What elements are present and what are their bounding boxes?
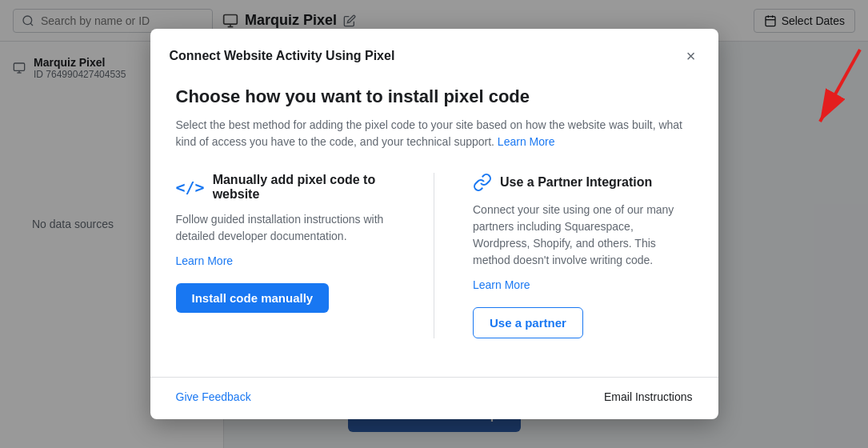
modal-close-button[interactable]: ×: [683, 45, 699, 67]
modal-footer: Give Feedback Email Instructions: [150, 377, 718, 419]
option-manual-icon-title: </> Manually add pixel code to website: [176, 173, 396, 202]
option-partner-title: Use a Partner Integration: [500, 175, 652, 190]
manual-learn-more-link[interactable]: Learn More: [176, 254, 396, 267]
modal-body: Choose how you want to install pixel cod…: [150, 67, 718, 358]
modal-dialog: Connect Website Activity Using Pixel × C…: [150, 29, 718, 419]
option-card-partner: Use a Partner Integration Connect your s…: [473, 173, 693, 338]
use-partner-button[interactable]: Use a partner: [473, 307, 583, 338]
give-feedback-link[interactable]: Give Feedback: [176, 390, 251, 403]
modal-description-text: Select the best method for adding the pi…: [176, 118, 683, 148]
modal-options: </> Manually add pixel code to website F…: [176, 173, 693, 338]
option-card-manual: </> Manually add pixel code to website F…: [176, 173, 396, 338]
option-partner-icon-title: Use a Partner Integration: [473, 173, 693, 192]
code-icon: </>: [176, 178, 205, 197]
description-learn-more-link[interactable]: Learn More: [498, 135, 555, 148]
install-code-manually-button[interactable]: Install code manually: [176, 283, 330, 313]
email-instructions-text: Email Instructions: [604, 390, 692, 403]
option-partner-description: Connect your site using one of our many …: [473, 202, 693, 269]
option-manual-description: Follow guided installation instructions …: [176, 211, 396, 245]
options-divider: [434, 173, 434, 338]
partner-icon: [473, 173, 492, 192]
modal-header: Connect Website Activity Using Pixel ×: [150, 29, 718, 67]
partner-learn-more-link[interactable]: Learn More: [473, 278, 693, 291]
modal-header-title: Connect Website Activity Using Pixel: [170, 49, 395, 63]
modal-main-title: Choose how you want to install pixel cod…: [176, 86, 693, 107]
option-manual-title: Manually add pixel code to website: [213, 173, 395, 202]
modal-description: Select the best method for adding the pi…: [176, 117, 693, 150]
